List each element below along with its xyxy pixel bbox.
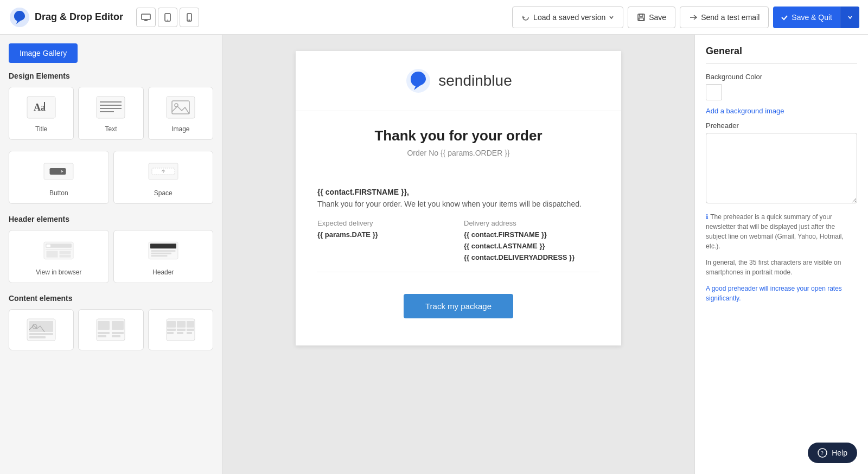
- header-elements-grid: View in browser Header: [9, 230, 213, 283]
- right-panel: General Background Color Add a backgroun…: [694, 35, 868, 474]
- sendinblue-logo-text: sendinblue: [438, 72, 512, 89]
- device-toggle-group: [136, 8, 199, 27]
- image-element-icon: [164, 94, 197, 121]
- element-card-title[interactable]: Aa Title: [9, 87, 74, 140]
- element-card-view-in-browser[interactable]: View in browser: [9, 230, 109, 283]
- svg-rect-57: [187, 321, 194, 328]
- element-card-space[interactable]: Space: [113, 151, 214, 204]
- preheader-textarea[interactable]: [706, 133, 857, 203]
- content-1-icon: [25, 316, 58, 343]
- svg-text:Aa: Aa: [34, 102, 46, 113]
- address-value: {{ contact.FIRSTNAME }} {{ contact.LASTN…: [464, 229, 599, 263]
- svg-rect-56: [177, 321, 186, 328]
- email-hero-heading: Thank you for your order: [317, 127, 599, 144]
- svg-rect-10: [639, 18, 643, 21]
- bg-color-label: Background Color: [706, 73, 857, 81]
- svg-rect-44: [29, 333, 53, 335]
- element-card-button[interactable]: Button: [9, 151, 109, 204]
- svg-rect-63: [187, 332, 192, 334]
- image-gallery-button[interactable]: Image Gallery: [9, 43, 78, 63]
- delivery-label: Expected delivery: [317, 219, 453, 227]
- svg-rect-60: [187, 329, 194, 331]
- help-button[interactable]: ? Help: [808, 443, 857, 463]
- svg-rect-35: [60, 251, 71, 254]
- content-element-2[interactable]: [78, 309, 143, 350]
- title-element-label: Title: [35, 125, 47, 133]
- svg-rect-9: [640, 14, 643, 16]
- svg-rect-53: [112, 335, 120, 337]
- delivery-address-col: Delivery address {{ contact.FIRSTNAME }}…: [464, 219, 599, 263]
- delivery-info-grid: Expected delivery {{ params.DATE }} Deli…: [317, 219, 599, 272]
- svg-rect-55: [167, 321, 176, 328]
- design-elements-grid: Aa Title Text: [9, 87, 213, 140]
- email-cta-section: Track my package: [317, 283, 599, 335]
- email-hero-section: Thank you for your order Order No {{ par…: [296, 111, 621, 168]
- svg-point-5: [167, 20, 168, 21]
- view-in-browser-label: View in browser: [36, 268, 81, 276]
- left-panel: Image Gallery Design Elements Aa Title: [0, 35, 222, 474]
- expected-delivery-col: Expected delivery {{ params.DATE }}: [317, 219, 453, 263]
- email-body-section: {{ contact.FIRSTNAME }}, Thank you for y…: [296, 177, 621, 345]
- add-background-image-link[interactable]: Add a background image: [706, 107, 857, 115]
- top-navigation: Drag & Drop Editor Load a saved version …: [0, 0, 868, 35]
- svg-rect-58: [167, 329, 176, 331]
- content-elements-grid: [9, 309, 213, 350]
- element-card-text[interactable]: Text: [78, 87, 143, 140]
- svg-rect-59: [177, 329, 186, 331]
- svg-rect-45: [29, 336, 46, 338]
- email-order-line: Order No {{ params.ORDER }}: [317, 149, 599, 157]
- save-quit-button[interactable]: Save & Quit: [773, 13, 840, 22]
- main-layout: Image Gallery Design Elements Aa Title: [0, 35, 868, 474]
- send-test-email-button[interactable]: Send a test email: [680, 7, 769, 28]
- svg-rect-50: [98, 332, 110, 334]
- element-card-header[interactable]: Header: [113, 230, 214, 283]
- svg-rect-41: [151, 255, 167, 257]
- tablet-view-button[interactable]: [158, 8, 177, 27]
- svg-rect-48: [98, 321, 110, 330]
- content-elements-title: Content elements: [9, 294, 213, 303]
- svg-rect-39: [151, 250, 175, 252]
- svg-rect-61: [167, 332, 174, 334]
- preheader-info-2: In general, the 35 first characters are …: [706, 258, 857, 277]
- svg-rect-34: [47, 251, 58, 258]
- svg-text:?: ?: [821, 450, 824, 456]
- element-card-image[interactable]: Image: [148, 87, 213, 140]
- svg-rect-36: [60, 255, 71, 258]
- save-button[interactable]: Save: [628, 7, 675, 28]
- svg-rect-62: [177, 332, 183, 334]
- preheader-info-1: ℹ The preheader is a quick summary of yo…: [706, 212, 857, 251]
- design-elements-title: Design Elements: [9, 72, 213, 80]
- track-package-button[interactable]: Track my package: [404, 294, 513, 318]
- save-quit-dropdown-button[interactable]: [840, 7, 859, 28]
- desktop-view-button[interactable]: [136, 8, 156, 27]
- info-icon: ℹ: [706, 213, 709, 221]
- app-title: Drag & Drop Editor: [35, 11, 123, 23]
- content-element-3[interactable]: [148, 309, 213, 350]
- content-2-icon: [94, 316, 127, 343]
- svg-rect-38: [150, 244, 176, 248]
- title-element-icon: Aa: [25, 94, 58, 121]
- email-canvas: sendinblue Thank you for your order Orde…: [222, 35, 694, 474]
- space-element-icon: [147, 158, 180, 185]
- svg-rect-1: [142, 14, 150, 20]
- help-icon: ?: [818, 448, 827, 458]
- space-element-label: Space: [154, 189, 173, 197]
- action-buttons: Load a saved version Save Send a test em…: [512, 7, 859, 28]
- delivery-value: {{ params.DATE }}: [317, 229, 453, 241]
- mobile-view-button[interactable]: [180, 8, 199, 27]
- sendinblue-logo: sendinblue: [405, 67, 512, 94]
- email-header: sendinblue: [296, 51, 621, 111]
- svg-rect-52: [112, 332, 124, 334]
- design-elements-grid-2: Button Space: [9, 151, 213, 204]
- email-preview: sendinblue Thank you for your order Orde…: [296, 51, 621, 345]
- background-color-swatch[interactable]: [706, 84, 722, 100]
- load-saved-version-button[interactable]: Load a saved version: [512, 7, 623, 28]
- button-element-icon: [42, 158, 75, 185]
- preheader-label: Preheader: [706, 121, 857, 130]
- content-element-1[interactable]: [9, 309, 74, 350]
- email-greeting: {{ contact.FIRSTNAME }},: [317, 188, 599, 196]
- content-3-icon: [164, 316, 197, 343]
- button-element-label: Button: [49, 189, 68, 197]
- svg-rect-49: [112, 321, 124, 330]
- email-spacer: [296, 168, 621, 177]
